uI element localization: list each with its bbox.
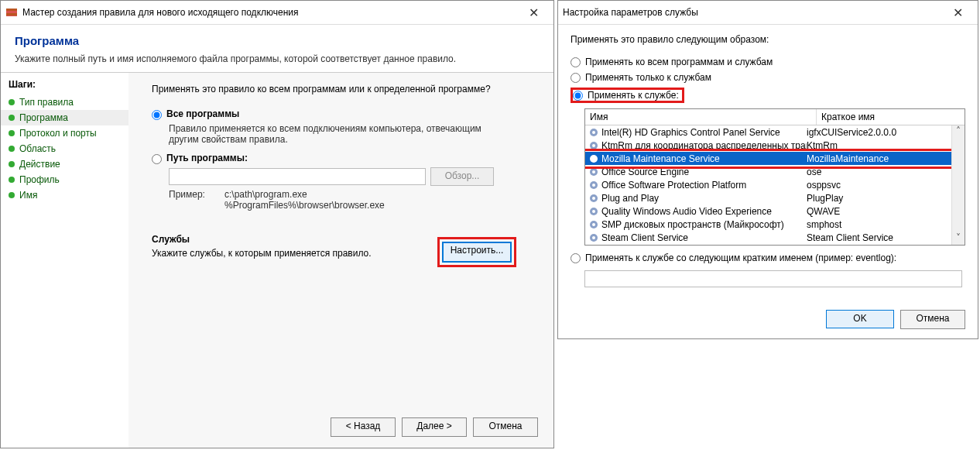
back-button[interactable]: < Назад: [331, 417, 396, 437]
option-apply-all[interactable]: Применять ко всем программам и службам: [571, 57, 965, 67]
scrollbar[interactable]: ˄ ˅: [951, 125, 965, 245]
step-label: Протокол и порты: [19, 128, 97, 139]
step-rule-type[interactable]: Тип правила: [1, 94, 128, 110]
question-text: Применять это правило ко всем программам…: [152, 84, 538, 94]
step-action[interactable]: Действие: [1, 156, 128, 172]
cell-name: Office Software Protection Platform: [601, 180, 807, 191]
radio-apply-all[interactable]: [571, 57, 581, 67]
program-path-input[interactable]: [169, 168, 426, 185]
list-header[interactable]: Имя Краткое имя: [585, 109, 965, 125]
option-apply-service[interactable]: Применять к службе:: [571, 88, 965, 103]
cell-name: Plug and Play: [601, 193, 807, 204]
option-label: Применять только к службам: [585, 72, 711, 83]
option-all-programs[interactable]: Все программы: [152, 108, 538, 120]
cell-short: Steam Client Service: [807, 232, 965, 243]
page-subtitle: Укажите полный путь и имя исполняемого ф…: [1, 50, 553, 72]
table-row[interactable]: Mozilla Maintenance ServiceMozillaMainte…: [585, 152, 965, 165]
list-body[interactable]: Intel(R) HD Graphics Control Panel Servi…: [585, 125, 965, 245]
step-label: Тип правила: [19, 97, 74, 108]
ok-button[interactable]: OK: [826, 310, 894, 328]
firewall-icon: [5, 6, 18, 19]
svg-point-8: [592, 157, 595, 160]
scroll-up-icon[interactable]: ˄: [952, 125, 965, 138]
example-text: c:\path\program.exe %ProgramFiles%\brows…: [224, 189, 385, 211]
cell-short: MozillaMaintenance: [807, 153, 965, 164]
scroll-down-icon[interactable]: ˅: [952, 232, 965, 245]
wizard-window: Мастер создания правила для нового исход…: [0, 0, 554, 448]
table-row[interactable]: KtmRm для координатора распределенных тр…: [585, 139, 965, 152]
col-short[interactable]: Краткое имя: [817, 109, 965, 125]
svg-point-10: [592, 170, 595, 173]
step-label: Область: [19, 143, 56, 154]
highlight-apply-service: Применять к службе:: [571, 88, 684, 103]
table-row[interactable]: Office Source Engineose: [585, 165, 965, 178]
cell-name: Quality Windows Audio Video Experience: [601, 206, 807, 217]
cell-name: KtmRm для координатора распределенных тр…: [601, 140, 807, 151]
gear-icon: [588, 219, 599, 230]
svg-point-16: [592, 210, 595, 213]
service-settings-window: Настройка параметров службы ✕ Применять …: [557, 0, 978, 339]
bullet-icon: [9, 130, 15, 136]
configure-button[interactable]: Настроить...: [442, 242, 512, 263]
step-protocol[interactable]: Протокол и порты: [1, 125, 128, 141]
cancel-button[interactable]: Отмена: [900, 310, 965, 329]
next-button[interactable]: Далее >: [402, 417, 467, 437]
apply-label: Применять это правило следующим образом:: [571, 34, 965, 45]
option-apply-shortname[interactable]: Применять к службе со следующим кратким …: [571, 252, 965, 263]
bullet-icon: [9, 115, 15, 121]
titlebar[interactable]: Мастер создания правила для нового исход…: [1, 1, 553, 25]
cell-name: SMP дисковых пространств (Майкрософт): [601, 219, 807, 230]
browse-button[interactable]: Обзор...: [430, 167, 494, 186]
gear-icon: [588, 206, 599, 217]
step-label: Имя: [19, 190, 37, 201]
option-program-path[interactable]: Путь программы:: [152, 153, 538, 164]
table-row[interactable]: Plug and PlayPlugPlay: [585, 191, 965, 204]
step-label: Программа: [19, 112, 68, 123]
table-row[interactable]: Steam Client ServiceSteam Client Service: [585, 231, 965, 244]
cell-short: osppsvc: [807, 180, 965, 191]
cancel-button[interactable]: Отмена: [473, 417, 538, 437]
cell-short: QWAVE: [807, 206, 965, 217]
service-list[interactable]: Имя Краткое имя Intel(R) HD Graphics Con…: [584, 108, 965, 246]
radio-apply-services[interactable]: [571, 73, 581, 83]
table-row[interactable]: SMP дисковых пространств (Майкрософт)smp…: [585, 218, 965, 231]
gear-icon: [588, 180, 599, 191]
highlight-configure: Настроить...: [437, 237, 516, 267]
radio-all-programs[interactable]: [152, 110, 162, 120]
option-apply-services[interactable]: Применять только к службам: [571, 72, 965, 83]
col-name[interactable]: Имя: [585, 109, 817, 125]
bullet-icon: [9, 161, 15, 167]
svg-point-12: [592, 184, 595, 187]
svg-point-20: [592, 236, 595, 239]
gear-icon: [588, 193, 599, 204]
step-name[interactable]: Имя: [1, 187, 128, 203]
bullet-icon: [9, 146, 15, 152]
bullet-icon: [9, 177, 15, 183]
option-label: Применять ко всем программам и службам: [585, 57, 773, 67]
shortname-input[interactable]: [584, 270, 962, 287]
window-title: Настройка параметров службы: [563, 7, 942, 18]
close-icon[interactable]: ✕: [518, 5, 549, 20]
gear-icon: [588, 232, 599, 243]
cell-short: igfxCUIService2.0.0.0: [807, 127, 965, 138]
titlebar[interactable]: Настройка параметров службы ✕: [558, 1, 978, 25]
step-scope[interactable]: Область: [1, 141, 128, 156]
step-profile[interactable]: Профиль: [1, 172, 128, 187]
radio-apply-service[interactable]: [573, 91, 583, 101]
option-label: Все программы: [166, 108, 239, 119]
table-row[interactable]: Quality Windows Audio Video ExperienceQW…: [585, 204, 965, 218]
gear-icon: [588, 167, 599, 177]
radio-apply-shortname[interactable]: [571, 253, 581, 263]
table-row[interactable]: Intel(R) HD Graphics Control Panel Servi…: [585, 125, 965, 139]
radio-program-path[interactable]: [152, 154, 162, 164]
page-heading: Программа: [1, 25, 553, 50]
window-title: Мастер создания правила для нового исход…: [22, 7, 518, 18]
step-program[interactable]: Программа: [1, 110, 128, 125]
table-row[interactable]: Office Software Protection Platformospps…: [585, 178, 965, 191]
gear-icon: [588, 140, 599, 151]
cell-name: Intel(R) HD Graphics Control Panel Servi…: [601, 127, 807, 138]
svg-point-18: [592, 223, 595, 226]
gear-icon: [588, 153, 599, 164]
step-label: Профиль: [19, 174, 60, 185]
close-icon[interactable]: ✕: [942, 5, 973, 20]
